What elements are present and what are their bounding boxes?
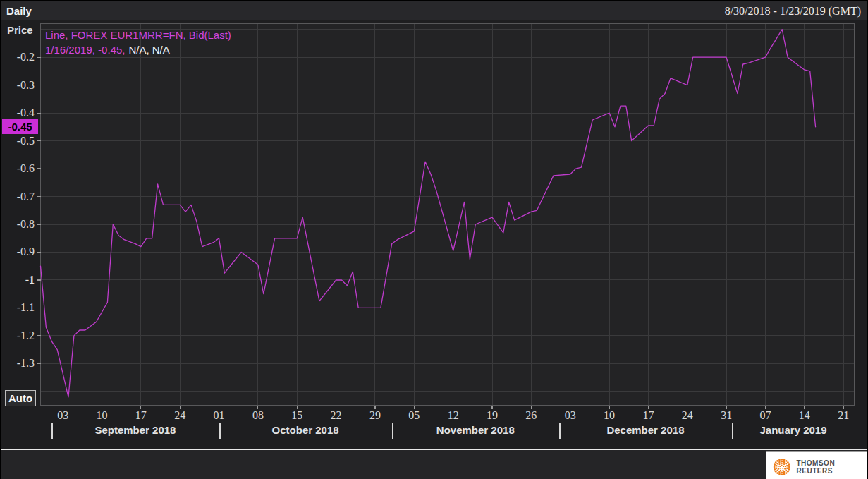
auto-scale-button[interactable]: Auto (5, 390, 36, 406)
y-tick-label: -0.4 (1, 106, 35, 120)
y-tick-label: -0.8 (1, 217, 35, 231)
x-tick-label: 21 (828, 409, 859, 422)
x-tick-label: 08 (243, 409, 274, 422)
y-tick-label: -1.2 (1, 329, 35, 343)
month-label: October 2018 (272, 424, 339, 436)
x-tick-label: 01 (204, 409, 235, 422)
x-tick-label: 10 (594, 409, 625, 422)
y-tick-label: -0.5 (1, 134, 35, 148)
y-tick-label: -1.3 (1, 356, 35, 370)
x-tick-label: 22 (321, 409, 352, 422)
chart-legend[interactable]: Line, FOREX EUR1MRR=FN, Bid(Last) 1/16/2… (45, 28, 231, 57)
y-tick-label: -0.2 (1, 50, 35, 64)
month-label: November 2018 (436, 424, 515, 436)
x-tick-label: 03 (555, 409, 586, 422)
month-label: January 2019 (759, 424, 826, 436)
y-tick-label: -1 (1, 273, 35, 287)
x-tick-label: 29 (360, 409, 391, 422)
y-tick-label: -1.1 (1, 301, 35, 315)
x-tick-label: 10 (86, 409, 117, 422)
x-tick-label: 24 (164, 409, 195, 422)
x-tick-label: 14 (789, 409, 820, 422)
chart-window: Daily 8/30/2018 - 1/23/2019 (GMT) Price … (0, 0, 868, 479)
x-tick-label: 17 (632, 409, 664, 422)
legend-series-label: Line, FOREX EUR1MRR=FN, Bid(Last) (45, 28, 231, 42)
month-separator (559, 423, 561, 439)
thomson-reuters-kinesis-icon (773, 457, 791, 477)
x-tick-label: 24 (672, 409, 703, 422)
x-tick-label: 05 (398, 409, 429, 422)
month-separator (732, 423, 733, 439)
x-tick-label: 26 (515, 409, 546, 422)
y-tick-label: -0.3 (1, 78, 35, 92)
x-tick-label: 03 (47, 409, 78, 422)
month-label: December 2018 (606, 424, 684, 436)
y-tick-label: -0.6 (1, 162, 35, 176)
y-tick-label: -0.7 (1, 190, 35, 204)
thomson-reuters-logo: THOMSON REUTERS (766, 451, 867, 479)
month-separator (51, 423, 53, 439)
legend-current-value: 1/16/2019, -0.45, (45, 44, 125, 56)
price-chart-plot[interactable] (1, 1, 868, 479)
x-tick-label: 15 (281, 409, 312, 422)
month-separator (219, 423, 221, 439)
month-separator (392, 423, 393, 439)
current-price-badge: -0.45 (2, 119, 38, 134)
legend-na-values: N/A, N/A (128, 44, 169, 56)
y-axis-title: Price (7, 24, 33, 36)
month-label: September 2018 (94, 424, 176, 436)
bottom-bar: THOMSON REUTERS (1, 450, 867, 479)
x-tick-label: 19 (477, 409, 508, 422)
x-tick-label: 12 (438, 409, 469, 422)
legend-values-row: 1/16/2019, -0.45,N/A, N/A (45, 42, 231, 57)
x-tick-label: 07 (750, 409, 781, 422)
x-tick-label: 17 (126, 409, 157, 422)
logo-text: THOMSON REUTERS (797, 459, 867, 475)
x-tick-label: 31 (711, 409, 742, 422)
y-tick-label: -0.9 (1, 245, 35, 259)
